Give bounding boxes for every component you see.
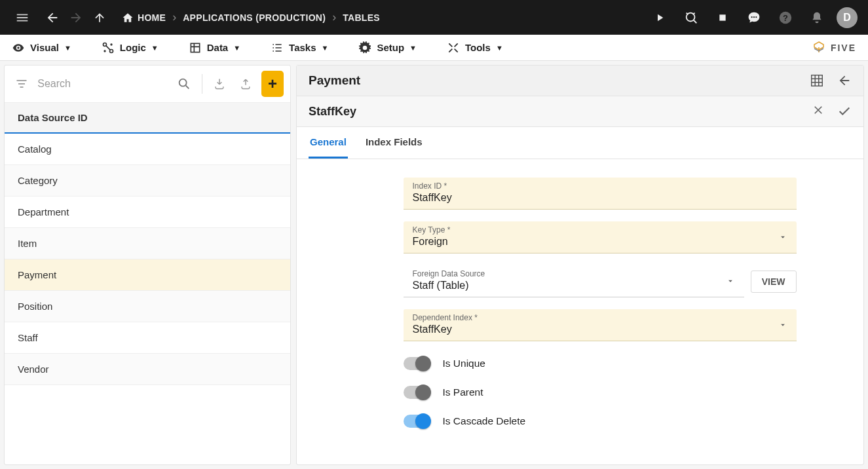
- menu-tools-label: Tools: [465, 42, 491, 53]
- svg-point-11: [104, 50, 105, 52]
- field-label: Key Type *: [413, 225, 787, 235]
- back-arrow-icon[interactable]: [837, 73, 852, 88]
- bell-icon[interactable]: [805, 6, 829, 29]
- list-item[interactable]: Vendor: [5, 354, 290, 385]
- toggle-is-cascade-delete[interactable]: [404, 415, 428, 428]
- chat-icon[interactable]: [742, 6, 766, 29]
- chevron-down-icon: ▼: [64, 44, 71, 52]
- stop-icon[interactable]: [711, 6, 734, 29]
- export-icon[interactable]: [235, 71, 256, 96]
- svg-point-13: [179, 79, 187, 86]
- svg-rect-12: [191, 43, 199, 52]
- toggle-label: Is Cascade Delete: [443, 415, 526, 427]
- add-button[interactable]: +: [261, 71, 284, 97]
- svg-point-7: [17, 47, 19, 48]
- back-icon[interactable]: [41, 6, 64, 29]
- play-icon[interactable]: [648, 6, 671, 29]
- tab-general[interactable]: General: [309, 127, 348, 159]
- menu-tasks[interactable]: Tasks ▼: [271, 41, 328, 54]
- search-icon[interactable]: [174, 71, 195, 96]
- forward-icon: [64, 6, 88, 29]
- chevron-down-icon: ▼: [233, 44, 240, 52]
- logo: FIVE: [811, 40, 856, 56]
- list-header[interactable]: Data Source ID: [5, 103, 290, 134]
- help-icon[interactable]: ?: [774, 6, 797, 29]
- list-item[interactable]: Position: [5, 291, 290, 322]
- menu-logic-label: Logic: [120, 42, 146, 53]
- toggle-is-unique[interactable]: [404, 357, 428, 370]
- chevron-down-icon: [726, 276, 735, 286]
- avatar-initial: D: [843, 12, 851, 24]
- field-label: Dependent Index *: [413, 313, 787, 322]
- divider: [202, 74, 202, 94]
- list-item[interactable]: Staff: [5, 322, 290, 354]
- toggle-label: Is Unique: [443, 358, 485, 369]
- inspect-icon[interactable]: [679, 6, 703, 29]
- svg-point-4: [755, 16, 757, 18]
- filter-icon[interactable]: [11, 71, 32, 96]
- detail-title: Payment: [309, 73, 360, 88]
- crumb-home-label: HOME: [138, 12, 166, 23]
- chevron-right-icon: ›: [332, 10, 336, 24]
- field-dependent-index[interactable]: Dependent Index * StaffKey: [404, 309, 797, 341]
- toggle-is-parent[interactable]: [404, 386, 428, 399]
- check-icon[interactable]: [837, 104, 852, 119]
- detail-subtitle: StaffKey: [309, 105, 356, 119]
- menu-logic[interactable]: Logic ▼: [102, 41, 159, 54]
- field-value: StaffKey: [413, 324, 787, 335]
- close-icon[interactable]: [812, 104, 824, 119]
- field-label: Foreign Data Source: [413, 269, 735, 278]
- menu-visual-label: Visual: [30, 42, 59, 53]
- menu-data[interactable]: Data ▼: [189, 41, 240, 54]
- field-value: Staff (Table): [413, 280, 735, 291]
- svg-text:?: ?: [783, 12, 788, 22]
- list-item[interactable]: Item: [5, 228, 290, 259]
- import-icon[interactable]: [208, 71, 229, 96]
- svg-point-10: [110, 43, 112, 45]
- chevron-down-icon: ▼: [409, 44, 417, 52]
- svg-rect-14: [812, 75, 823, 86]
- menu-visual[interactable]: Visual ▼: [12, 41, 71, 54]
- field-index-id[interactable]: Index ID * StaffKey: [404, 178, 797, 210]
- svg-point-3: [753, 16, 755, 18]
- breadcrumb-home[interactable]: HOME: [122, 12, 166, 24]
- svg-rect-1: [719, 14, 725, 20]
- menu-setup-label: Setup: [377, 42, 404, 53]
- chevron-down-icon: ▼: [322, 44, 329, 52]
- grid-view-icon[interactable]: [810, 73, 824, 88]
- breadcrumb-tables[interactable]: TABLES: [343, 12, 380, 23]
- field-value: StaffKey: [413, 192, 787, 204]
- search-input[interactable]: [37, 78, 168, 90]
- list-item[interactable]: Catalog: [5, 134, 290, 165]
- chevron-down-icon: [778, 320, 787, 329]
- field-foreign-data-source[interactable]: Foreign Data Source Staff (Table): [404, 265, 744, 297]
- toggle-label: Is Parent: [443, 386, 483, 398]
- list-item[interactable]: Department: [5, 197, 290, 228]
- up-icon[interactable]: [88, 6, 111, 29]
- field-label: Index ID *: [413, 181, 787, 191]
- chevron-right-icon: ›: [172, 10, 176, 24]
- avatar[interactable]: D: [837, 7, 858, 28]
- menu-icon[interactable]: [10, 6, 34, 29]
- menu-tools[interactable]: Tools ▼: [447, 41, 503, 54]
- crumb-apps-label: APPLICATIONS (PRODUCTION): [183, 12, 326, 23]
- list-item[interactable]: Payment: [5, 259, 290, 291]
- tab-index-fields[interactable]: Index Fields: [364, 127, 424, 159]
- chevron-down-icon: ▼: [151, 44, 159, 52]
- view-button[interactable]: VIEW: [751, 271, 797, 293]
- menu-setup[interactable]: Setup ▼: [358, 41, 417, 54]
- breadcrumb-apps[interactable]: APPLICATIONS (PRODUCTION): [183, 12, 326, 23]
- list-item[interactable]: Category: [5, 165, 290, 197]
- field-key-type[interactable]: Key Type * Foreign: [404, 221, 797, 253]
- svg-point-2: [751, 16, 753, 18]
- menu-tasks-label: Tasks: [289, 42, 316, 53]
- crumb-tables-label: TABLES: [343, 12, 380, 23]
- menu-data-label: Data: [207, 42, 229, 53]
- field-value: Foreign: [413, 236, 787, 248]
- chevron-down-icon: ▼: [496, 44, 503, 52]
- chevron-down-icon: [778, 233, 787, 242]
- logo-text: FIVE: [831, 43, 856, 53]
